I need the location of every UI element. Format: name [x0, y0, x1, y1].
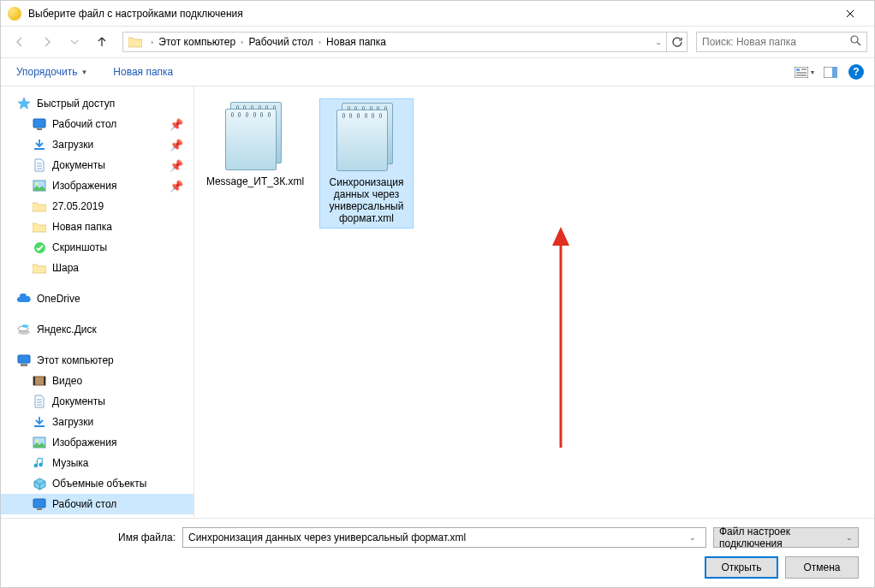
breadcrumb-item[interactable]: Новая папка [324, 36, 388, 48]
tree-label: Загрузки [52, 139, 93, 151]
tree-yandex[interactable]: Яндекс.Диск [1, 319, 193, 340]
breadcrumb-item[interactable]: Рабочий стол [247, 36, 314, 48]
tree-pictures[interactable]: Изображения 📌 [1, 175, 193, 196]
tree-pictures-2[interactable]: Изображения [1, 432, 193, 453]
new-folder-button[interactable]: Новая папка [108, 62, 178, 81]
cube-icon [32, 476, 47, 491]
open-button[interactable]: Открыть [705, 556, 778, 579]
tree-shara[interactable]: Шара [1, 258, 193, 278]
tree-label: OneDrive [37, 293, 80, 305]
organize-menu[interactable]: Упорядочить ▼ [11, 62, 92, 81]
tree-label: Яндекс.Диск [37, 324, 97, 336]
downloads-icon [32, 414, 47, 430]
tree-desktop[interactable]: Рабочий стол 📌 [1, 114, 193, 134]
tree-onedrive[interactable]: OneDrive [1, 288, 193, 309]
close-button[interactable] [833, 2, 867, 26]
tree-folder-date[interactable]: 27.05.2019 [1, 196, 193, 217]
file-item[interactable]: Message_ИТ_ЗК.xml [208, 98, 302, 191]
navigation-tree[interactable]: Быстрый доступ Рабочий стол 📌 Загрузки 📌… [1, 86, 194, 518]
tree-videos[interactable]: Видео [1, 371, 193, 391]
forward-button[interactable] [35, 32, 59, 52]
main-area: Быстрый доступ Рабочий стол 📌 Загрузки 📌… [1, 86, 874, 518]
downloads-icon [32, 137, 47, 152]
tree-folder-new[interactable]: Новая папка [1, 217, 193, 237]
preview-pane-icon [824, 67, 837, 78]
tree-documents[interactable]: Документы 📌 [1, 155, 193, 175]
annotation-arrow-icon [551, 227, 571, 449]
pin-icon: 📌 [170, 180, 183, 193]
tree-this-pc[interactable]: Этот компьютер [1, 350, 193, 371]
folder-icon [32, 199, 47, 214]
svg-rect-5 [33, 119, 45, 128]
tree-label: Этот компьютер [37, 354, 114, 366]
svg-rect-14 [33, 377, 45, 385]
svg-point-0 [851, 36, 858, 43]
tree-3d-objects[interactable]: Объемные объекты [1, 473, 193, 494]
tree-label: Шара [52, 262, 79, 274]
tree-downloads-2[interactable]: Загрузки [1, 412, 193, 432]
tree-label: Музыка [52, 457, 88, 469]
chevron-right-icon: › [147, 39, 157, 45]
navigation-bar: › Этот компьютер › Рабочий стол › Новая … [1, 27, 874, 57]
tree-label: Изображения [52, 180, 116, 192]
cancel-button[interactable]: Отмена [785, 556, 859, 579]
refresh-button[interactable] [666, 33, 687, 51]
svg-rect-6 [37, 128, 42, 130]
folder-icon [32, 260, 47, 276]
pc-icon [16, 353, 32, 368]
open-label: Открыть [721, 561, 761, 573]
help-button[interactable]: ? [848, 64, 864, 80]
chevron-right-icon: › [237, 39, 247, 45]
search-box[interactable] [696, 32, 867, 52]
tree-label: Видео [52, 375, 82, 387]
search-input[interactable] [702, 36, 847, 48]
tree-music[interactable]: Музыка [1, 453, 193, 473]
recent-dropdown[interactable] [62, 32, 86, 52]
pin-icon: 📌 [170, 118, 183, 131]
tree-label: Документы [52, 395, 105, 407]
address-dropdown[interactable]: ⌄ [649, 33, 666, 51]
filter-label: Файл настроек подключения [719, 526, 846, 549]
file-list[interactable]: Message_ИТ_ЗК.xml Синхронизация данных ч… [194, 86, 874, 518]
chevron-down-icon: ⌄ [655, 39, 662, 45]
help-icon: ? [853, 66, 859, 78]
filename-label: Имя файла: [100, 532, 176, 543]
tree-desktop-2[interactable]: Рабочий стол [1, 494, 193, 514]
svg-rect-15 [33, 377, 35, 385]
chevron-right-icon: › [315, 39, 324, 45]
yandex-disk-icon [16, 322, 32, 337]
video-icon [32, 373, 47, 389]
tree-label: Загрузки [52, 416, 93, 428]
back-button[interactable] [8, 32, 32, 52]
address-bar[interactable]: › Этот компьютер › Рабочий стол › Новая … [122, 32, 688, 52]
filename-value: Синхронизация данных через универсальный… [188, 532, 685, 543]
file-type-filter[interactable]: Файл настроек подключения ⌄ [713, 527, 859, 548]
view-options-button[interactable]: ▼ [792, 62, 818, 82]
breadcrumb-item[interactable]: Этот компьютер [157, 36, 237, 48]
svg-rect-20 [37, 508, 42, 510]
tree-label: Рабочий стол [52, 498, 116, 510]
tree-label: Быстрый доступ [37, 98, 115, 110]
up-button[interactable] [90, 32, 114, 52]
svg-rect-19 [33, 499, 45, 508]
tree-label: Изображения [52, 437, 116, 448]
arrow-up-icon [95, 35, 109, 49]
svg-rect-12 [18, 355, 30, 363]
tree-system-c[interactable]: SYSTEM (C:) [1, 514, 193, 518]
tree-screenshots[interactable]: Скриншоты [1, 237, 193, 258]
arrow-left-icon [13, 35, 27, 49]
pictures-icon [32, 178, 47, 193]
window-title: Выберите файл с настройками подключения [28, 8, 833, 20]
chevron-down-icon [70, 38, 79, 46]
file-item-selected[interactable]: Синхронизация данных через универсальный… [319, 98, 414, 229]
tree-downloads[interactable]: Загрузки 📌 [1, 134, 193, 155]
filename-combobox[interactable]: Синхронизация данных через универсальный… [182, 527, 706, 548]
tree-label: Рабочий стол [52, 118, 116, 130]
chevron-down-icon: ▼ [80, 68, 87, 76]
preview-pane-button[interactable] [818, 62, 843, 82]
tree-documents-2[interactable]: Документы [1, 391, 193, 412]
file-label: Message_ИТ_ЗК.xml [206, 175, 304, 187]
chevron-down-icon: ⌄ [846, 533, 853, 542]
tree-quick-access[interactable]: Быстрый доступ [1, 93, 193, 114]
app-icon [8, 7, 21, 21]
